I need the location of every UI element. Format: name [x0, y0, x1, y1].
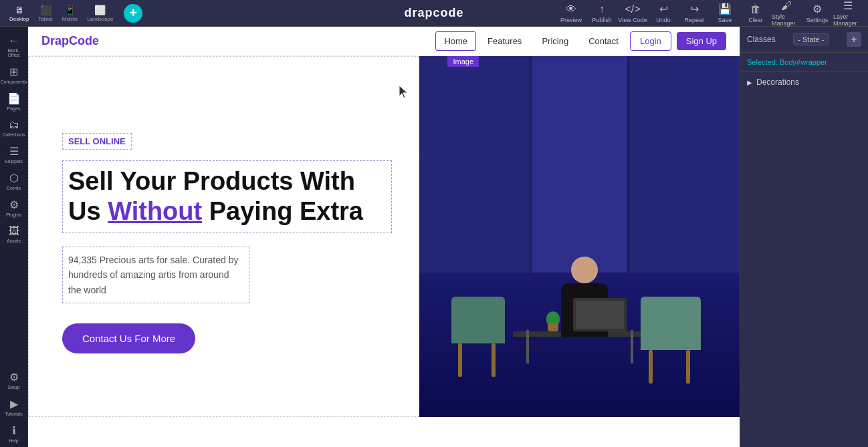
undo-button[interactable]: ↩ Undo	[649, 1, 678, 26]
person-head	[571, 257, 598, 283]
nav-link-contact[interactable]: Contact	[580, 31, 627, 51]
sidebar-item-plugins[interactable]: ⚙ Plugins	[0, 194, 27, 221]
sidebar-item-components[interactable]: ⊞ Components	[0, 61, 27, 88]
desktop-icon: 🖥	[15, 5, 24, 15]
hero-image	[419, 56, 740, 417]
sidebar-item-label: Snippets	[5, 159, 23, 164]
toolbar-right: 👁 Preview ↑ Publish </> View Code ↩ Undo…	[556, 1, 863, 26]
preview-button[interactable]: 👁 Preview	[556, 1, 586, 26]
chair-leg2-right	[686, 350, 690, 384]
snippets-icon: ☰	[9, 145, 19, 158]
sidebar-item-events[interactable]: ⬡ Events	[0, 168, 27, 194]
device-tablet[interactable]: ⬛ Tablet	[34, 3, 56, 24]
selected-label: Selected:	[747, 58, 778, 66]
nav-signup-button[interactable]: Sign Up	[677, 32, 726, 50]
sidebar-item-snippets[interactable]: ☰ Snippets	[0, 141, 27, 168]
sidebar-item-label: Plugins	[6, 212, 21, 217]
repeat-icon: ↪	[690, 3, 699, 15]
chair-leg1-left	[458, 343, 462, 377]
code-icon: </>	[625, 3, 640, 15]
sidebar-item-label: Setup	[7, 385, 19, 390]
chair-leg1-right	[649, 350, 653, 384]
wall-panel-center	[532, 56, 628, 291]
publish-button[interactable]: ↑ Publish	[587, 1, 617, 26]
chair-seat-left	[451, 317, 505, 343]
nav-login-button[interactable]: Login	[630, 31, 671, 51]
add-class-button[interactable]: +	[847, 32, 861, 47]
top-toolbar: 🖥 Desktop ⬛ Tablet 📱 Mobile ⬜ Landscape …	[0, 0, 868, 27]
plugins-icon: ⚙	[9, 198, 19, 211]
selected-value: Body#wrapper	[780, 58, 827, 66]
hero-section: SELL ONLINE Sell Your Products With Us W…	[28, 56, 740, 417]
brush-icon: 🖌	[781, 0, 792, 12]
settings-button[interactable]: ⚙ Settings	[802, 1, 832, 26]
device-desktop[interactable]: 🖥 Desktop	[5, 3, 33, 24]
sidebar-item-tutorials[interactable]: ▶ Tutorials	[0, 394, 27, 420]
help-icon: ℹ	[12, 424, 16, 437]
hero-left: SELL ONLINE Sell Your Products With Us W…	[28, 56, 419, 417]
hero-tag: SELL ONLINE	[62, 133, 132, 150]
sidebar-item-label: Assets	[7, 239, 21, 243]
sidebar-item-back-office[interactable]: ← Back, Office	[0, 31, 27, 61]
back-icon: ←	[9, 35, 19, 47]
hero-headline: Sell Your Products With Us Without Payin…	[62, 160, 392, 233]
nav-links: Home Features Pricing Contact Login Sign…	[435, 31, 726, 51]
assets-icon: 🖼	[9, 225, 19, 237]
gear-icon: ⚙	[812, 3, 822, 15]
clear-button[interactable]: 🗑 Clear	[741, 1, 770, 26]
canvas-area[interactable]: DrapCode Home Features Pricing Contact L…	[28, 27, 740, 447]
right-panel-header: Classes - State - +	[740, 27, 868, 53]
view-code-button[interactable]: </> View Code	[618, 1, 647, 26]
chair-leg2-left	[492, 343, 496, 377]
hero-right	[419, 56, 740, 417]
main-layout: ← Back, Office ⊞ Components 📄 Pages 🗂 Co…	[0, 27, 868, 447]
style-manager-button[interactable]: 🖌 Style Manager	[772, 1, 801, 26]
plant-leaves	[546, 311, 560, 325]
device-modes: 🖥 Desktop ⬛ Tablet 📱 Mobile ⬜ Landscape	[5, 3, 117, 24]
landscape-icon: ⬜	[94, 5, 106, 15]
sidebar-item-label: Tutorials	[5, 412, 23, 416]
chair-left	[451, 297, 518, 377]
sidebar-item-assets[interactable]: 🖼 Assets	[0, 221, 27, 247]
device-mobile[interactable]: 📱 Mobile	[58, 3, 82, 24]
plant-pot	[548, 323, 558, 331]
chevron-right-icon: ▶	[747, 79, 752, 86]
sidebar-item-collections[interactable]: 🗂 Collections	[0, 115, 27, 141]
hero-headline-highlight: Without	[108, 197, 202, 225]
add-element-button[interactable]: +	[124, 4, 142, 23]
right-panel: Classes - State - + Selected: Body#wrapp…	[740, 27, 868, 447]
undo-icon: ↩	[659, 3, 668, 15]
clear-icon: 🗑	[750, 3, 761, 15]
device-landscape[interactable]: ⬜ Landscape	[83, 3, 117, 24]
save-icon: 💾	[718, 3, 732, 15]
website-canvas: DrapCode Home Features Pricing Contact L…	[28, 27, 740, 447]
state-selector[interactable]: - State -	[793, 33, 829, 45]
nav-link-features[interactable]: Features	[479, 31, 530, 51]
sidebar-item-setup[interactable]: ⚙ Setup	[0, 367, 27, 394]
hero-cta-button[interactable]: Contact Us For More	[62, 323, 195, 353]
decorations-label: Decorations	[756, 78, 799, 87]
wall-panel-right	[627, 56, 740, 291]
sidebar-item-label: Components	[1, 80, 27, 84]
save-button[interactable]: 💾 Save	[710, 1, 740, 26]
layer-manager-button[interactable]: ☰ Layer Manager	[833, 1, 863, 26]
nav-link-home[interactable]: Home	[435, 31, 476, 51]
preview-icon: 👁	[566, 3, 576, 15]
tutorials-icon: ▶	[10, 398, 18, 410]
decorations-item[interactable]: ▶ Decorations	[740, 72, 868, 92]
image-tooltip: Image	[447, 56, 479, 67]
publish-icon: ↑	[599, 3, 605, 15]
sidebar-item-pages[interactable]: 📄 Pages	[0, 88, 27, 115]
table-leg-left	[526, 330, 529, 363]
sidebar-item-help[interactable]: ℹ Help	[0, 420, 27, 447]
setup-icon: ⚙	[9, 371, 19, 384]
sidebar-item-label: Back, Office	[1, 48, 26, 57]
tablet-icon: ⬛	[40, 5, 51, 15]
repeat-button[interactable]: ↪ Repeat	[679, 1, 709, 26]
collections-icon: 🗂	[9, 119, 19, 131]
plant	[546, 311, 560, 331]
sidebar-item-label: Events	[7, 186, 21, 190]
pages-icon: 📄	[7, 92, 21, 105]
wall-panels	[419, 56, 740, 291]
nav-link-pricing[interactable]: Pricing	[533, 31, 577, 51]
